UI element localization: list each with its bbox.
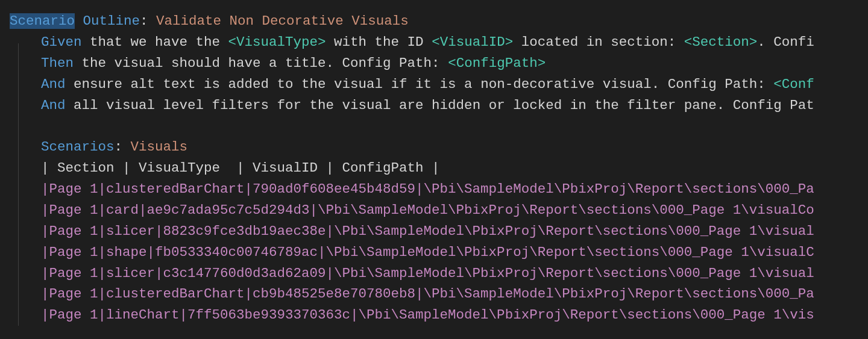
and-step-1: And ensure alt text is added to the visu… <box>10 74 868 95</box>
table-row: |Page 1|slicer|c3c147760d0d3ad62a09|\Pbi… <box>10 263 868 284</box>
indent-guide <box>18 43 19 326</box>
step-text: located in section: <box>513 34 684 50</box>
step-text: . Confi <box>757 34 814 50</box>
step-text: ensure alt text is added to the visual i… <box>66 76 774 92</box>
code-editor-viewport[interactable]: Scenario Outline: Validate Non Decorativ… <box>10 11 868 326</box>
table-header: | Section | VisualType | VisualID | Conf… <box>41 160 440 176</box>
keyword-scenario: Scenario <box>10 13 75 29</box>
step-text: the visual should have a title. Config P… <box>74 55 448 71</box>
step-text: that we have the <box>82 34 228 50</box>
keyword-given: Given <box>41 34 82 50</box>
colon: : <box>115 139 123 155</box>
colon: : <box>140 13 148 29</box>
keyword-and: And <box>41 98 66 113</box>
then-step: Then the visual should have a title. Con… <box>10 53 868 74</box>
table-cell: |Page 1|card|ae9c7ada95c7c5d294d3|\Pbi\S… <box>41 202 814 218</box>
blank-line <box>10 116 868 137</box>
placeholder-configpath: <ConfigPath> <box>448 55 546 71</box>
table-cell: |Page 1|clusteredBarChart|790ad0f608ee45… <box>41 181 814 197</box>
table-row: |Page 1|clusteredBarChart|790ad0f608ee45… <box>10 179 868 200</box>
table-cell: |Page 1|lineChart|7ff5063be9393370363c|\… <box>41 307 814 323</box>
scenario-outline-line: Scenario Outline: Validate Non Decorativ… <box>10 11 868 32</box>
table-row: |Page 1|card|ae9c7ada95c7c5d294d3|\Pbi\S… <box>10 200 868 221</box>
given-step: Given that we have the <VisualType> with… <box>10 32 868 53</box>
step-text: all visual level filters for the visual … <box>66 98 814 113</box>
scenarios-line: Scenarios: Visuals <box>10 137 868 158</box>
keyword-scenarios: Scenarios <box>41 139 115 155</box>
scenario-title: Validate Non Decorative Visuals <box>148 13 409 29</box>
keyword-then: Then <box>41 55 74 71</box>
step-text: with the ID <box>326 34 432 50</box>
outline-suffix: Outline <box>75 13 140 29</box>
keyword-and: And <box>41 76 66 92</box>
table-row: |Page 1|lineChart|7ff5063be9393370363c|\… <box>10 305 868 326</box>
and-step-2: And all visual level filters for the vis… <box>10 95 868 116</box>
table-cell: |Page 1|shape|fb0533340c00746789ac|\Pbi\… <box>41 244 814 260</box>
placeholder-conf: <Conf <box>773 76 814 92</box>
table-row: |Page 1|shape|fb0533340c00746789ac|\Pbi\… <box>10 242 868 263</box>
table-row: |Page 1|clusteredBarChart|cb9b48525e8e70… <box>10 284 868 305</box>
table-cell: |Page 1|clusteredBarChart|cb9b48525e8e70… <box>41 286 814 302</box>
placeholder-visualtype: <VisualType> <box>228 34 326 50</box>
table-row: |Page 1|slicer|8823c9fce3db19aec38e|\Pbi… <box>10 221 868 242</box>
scenarios-name: Visuals <box>122 139 187 155</box>
placeholder-visualid: <VisualID> <box>432 34 513 50</box>
placeholder-section: <Section> <box>684 34 758 50</box>
table-cell: |Page 1|slicer|8823c9fce3db19aec38e|\Pbi… <box>41 223 814 239</box>
table-cell: |Page 1|slicer|c3c147760d0d3ad62a09|\Pbi… <box>41 266 814 281</box>
table-header-row: | Section | VisualType | VisualID | Conf… <box>10 158 868 179</box>
